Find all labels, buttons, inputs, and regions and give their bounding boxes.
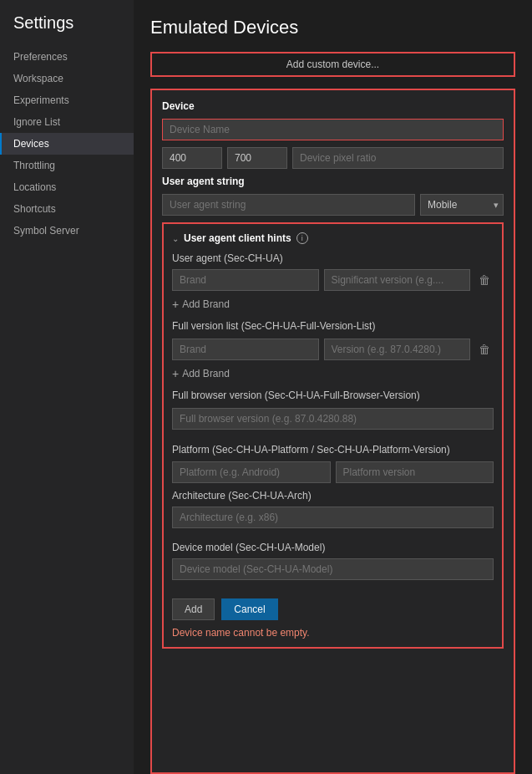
platform-label: Platform (Sec-CH-UA-Platform / Sec-CH-UA…: [172, 443, 494, 457]
dimensions-row: [162, 147, 504, 169]
ua-brand-row: 🗑: [172, 269, 494, 291]
sidebar-item-shortcuts[interactable]: Shortcuts: [0, 198, 134, 220]
architecture-input[interactable]: [172, 507, 494, 528]
platform-version-input[interactable]: [336, 461, 494, 483]
user-agent-label: User agent string: [162, 176, 504, 187]
architecture-label: Architecture (Sec-CH-UA-Arch): [172, 490, 494, 502]
add-brand-plus-1: +: [172, 298, 179, 311]
add-brand-1-row[interactable]: + Add Brand: [172, 298, 494, 311]
sidebar-item-devices[interactable]: Devices: [0, 133, 134, 155]
device-name-input[interactable]: [162, 119, 504, 140]
add-brand-plus-2: +: [172, 367, 179, 380]
add-brand-label-2: Add Brand: [182, 368, 230, 379]
add-brand-label-1: Add Brand: [182, 298, 230, 310]
sig-version-input[interactable]: [324, 269, 471, 291]
sidebar-item-throttling[interactable]: Throttling: [0, 155, 134, 176]
full-version-row: 🗑: [172, 339, 494, 360]
hints-section: ⌄ User agent client hints i User agent (…: [162, 222, 504, 649]
sidebar-item-preferences[interactable]: Preferences: [0, 46, 134, 68]
mobile-select[interactable]: Mobile: [420, 194, 504, 216]
sidebar-item-locations[interactable]: Locations: [0, 176, 134, 198]
user-agent-input[interactable]: [162, 194, 415, 216]
pixel-ratio-input[interactable]: [292, 147, 504, 169]
hints-header: ⌄ User agent client hints i: [172, 232, 494, 244]
cancel-button[interactable]: Cancel: [221, 598, 277, 620]
delete-brand-2-icon[interactable]: 🗑: [475, 341, 494, 358]
brand-input-1[interactable]: [172, 269, 319, 291]
user-agent-row: Mobile: [162, 194, 504, 216]
full-version-label: Full version list (Sec-CH-UA-Full-Versio…: [172, 319, 494, 334]
device-model-input[interactable]: [172, 558, 494, 580]
ua-section-label: User agent (Sec-CH-UA): [172, 252, 494, 264]
sidebar-item-workspace[interactable]: Workspace: [0, 68, 134, 89]
height-input[interactable]: [227, 147, 287, 169]
delete-brand-1-icon[interactable]: 🗑: [475, 272, 494, 288]
add-custom-device-button[interactable]: Add custom device...: [150, 52, 515, 77]
page-title: Emulated Devices: [150, 17, 515, 38]
sidebar-item-symbol-server[interactable]: Symbol Server: [0, 220, 134, 242]
full-browser-label: Full browser version (Sec-CH-UA-Full-Bro…: [172, 389, 494, 403]
sidebar: Settings Preferences Workspace Experimen…: [0, 0, 134, 774]
width-input[interactable]: [162, 147, 222, 169]
full-browser-input[interactable]: [172, 408, 494, 430]
error-message: Device name cannot be empty.: [172, 627, 494, 639]
sidebar-item-experiments[interactable]: Experiments: [0, 89, 134, 111]
device-form-panel: Device User agent string Mobile ⌄ User a…: [150, 89, 515, 774]
sidebar-item-ignore-list[interactable]: Ignore List: [0, 111, 134, 133]
main-content: Emulated Devices Add custom device... De…: [134, 0, 532, 774]
info-icon[interactable]: i: [296, 232, 308, 244]
version-input[interactable]: [324, 339, 471, 360]
app-title: Settings: [0, 13, 134, 46]
platform-input[interactable]: [172, 461, 331, 483]
platform-row: [172, 461, 494, 483]
brand-input-2[interactable]: [172, 339, 319, 360]
device-model-label: Device model (Sec-CH-UA-Model): [172, 542, 494, 553]
add-button[interactable]: Add: [172, 598, 215, 620]
hints-title: User agent client hints: [184, 232, 291, 244]
device-section-label: Device: [162, 100, 504, 112]
collapse-icon[interactable]: ⌄: [172, 234, 179, 243]
mobile-select-wrapper[interactable]: Mobile: [420, 194, 504, 216]
form-buttons: Add Cancel: [172, 598, 494, 620]
add-brand-2-row[interactable]: + Add Brand: [172, 367, 494, 380]
